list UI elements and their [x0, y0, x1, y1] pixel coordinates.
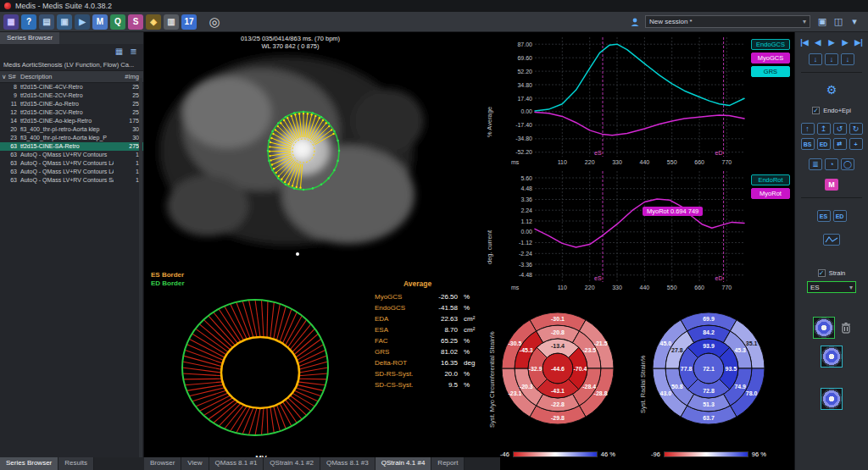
session-select[interactable]: New session * ▾: [645, 15, 810, 28]
series-column-header[interactable]: Description: [19, 71, 114, 82]
strain-curves-chart[interactable]: 87.0069.6052.2034.8017.400.00-17.40-34.8…: [506, 34, 748, 171]
result-thumb-1[interactable]: [813, 317, 835, 339]
stack-icon[interactable]: ≣: [809, 158, 822, 170]
acquisition-target-icon[interactable]: ◎: [206, 14, 223, 30]
gauge-icon[interactable]: ◔: [825, 158, 838, 170]
redo-icon[interactable]: ↻: [849, 123, 863, 135]
viewer-icon[interactable]: ▣: [57, 14, 72, 30]
svg-text:2.24: 2.24: [520, 207, 532, 213]
play-button[interactable]: ▶: [826, 36, 837, 47]
roi-circle-icon[interactable]: ◯: [841, 158, 854, 170]
series-description: tf2d15-CINE-Ao-klep-Retro: [19, 117, 114, 125]
display-settings-button[interactable]: ⚙: [826, 83, 837, 97]
radial-strain-bullseye[interactable]: 69.935.178.063.743.045.084.245.374.951.3…: [649, 309, 768, 428]
screen-layout-icon[interactable]: ▣: [815, 15, 829, 29]
cine-icon[interactable]: ▶: [75, 14, 90, 30]
ed-phase-icon[interactable]: ED: [817, 138, 831, 150]
step-back-button[interactable]: ◀: [813, 36, 824, 47]
contour-forward-icon[interactable]: ↑: [801, 123, 815, 135]
qflow-icon[interactable]: Q: [110, 14, 125, 30]
series-row[interactable]: 8tf2d15-CINE-4CV-Retro25: [0, 83, 143, 91]
strain-checkbox[interactable]: [818, 269, 826, 277]
legend-myogcs[interactable]: MyoGCS: [751, 53, 790, 64]
first-frame-button[interactable]: |◀: [799, 36, 810, 47]
help-icon[interactable]: ?: [21, 14, 36, 30]
series-row[interactable]: 20fl3_400_thr-pl-retro-Aorta klep30: [0, 125, 143, 134]
series-row[interactable]: 14tf2d15-CINE-Ao-klep-Retro175: [0, 117, 143, 125]
report-icon[interactable]: ▥: [164, 14, 179, 30]
app-menu-icon[interactable]: ▾: [848, 15, 861, 29]
calendar-icon[interactable]: 17: [181, 14, 197, 30]
snapshot-icon[interactable]: ◫: [832, 15, 845, 29]
svg-text:84.2: 84.2: [703, 329, 715, 335]
app-tab-qmass-8-1-1[interactable]: QMass 8.1 #1: [209, 457, 264, 470]
study-label[interactable]: Medis AorticStenosis (LV Function, Flow)…: [0, 59, 143, 70]
es-recalc-button[interactable]: ES: [817, 210, 831, 222]
circumferential-strain-bullseye[interactable]: -30.1-21.5-28.8-29.8-23.1-30.5-20.8-23.5…: [498, 309, 617, 428]
contour-propagate-icon[interactable]: ↥: [817, 123, 831, 135]
save-cine-button[interactable]: ↓: [809, 53, 822, 65]
series-scrollbar[interactable]: [139, 78, 142, 466]
phase-select[interactable]: ES ▾: [807, 281, 856, 293]
save-image-button[interactable]: ↓: [825, 53, 838, 65]
save-results-button[interactable]: ↓: [841, 53, 854, 65]
bs-phase-icon[interactable]: BS: [801, 138, 815, 150]
series-row[interactable]: 9tf2d15-CINE-2CV-Retro25: [0, 91, 143, 100]
series-row[interactable]: 12tf2d15-CINE-3CV-Retro25: [0, 108, 143, 117]
es-ed-contour-view[interactable]: ES Border ED Border MV: [147, 269, 376, 470]
series-description: tf2d15-CINE-2CV-Retro: [19, 91, 114, 100]
swap-contours-icon[interactable]: ⇄: [833, 138, 847, 150]
qmass-icon[interactable]: M: [92, 14, 108, 30]
endo-epi-toggle[interactable]: Endo+Epi: [812, 107, 851, 114]
series-row[interactable]: 11tf2d15-CINE-Ao-Retro25: [0, 100, 143, 108]
app-tab-qstrain-4-1-2[interactable]: QStrain 4.1 #2: [264, 457, 320, 470]
series-browser-tab[interactable]: Series Browser: [0, 32, 59, 44]
app-tab-qmass-8-1-3[interactable]: QMass 8.1 #3: [320, 457, 376, 470]
panel-tab-results[interactable]: Results: [58, 457, 94, 470]
strain-toggle[interactable]: Strain: [818, 269, 846, 277]
step-forward-button[interactable]: ▶: [840, 36, 851, 47]
legend-endogcs[interactable]: EndoGCS: [751, 39, 790, 50]
contour-rings: [147, 283, 376, 459]
add-contour-icon[interactable]: +: [849, 138, 863, 150]
curve-display-button[interactable]: [823, 234, 840, 246]
series-column-header[interactable]: ∨ S#: [0, 71, 19, 82]
ed-recalc-button[interactable]: ED: [833, 210, 847, 222]
rotation-curves-chart[interactable]: 5.604.483.362.241.120.00-1.12-2.24-3.36-…: [506, 168, 748, 296]
series-row[interactable]: 63AutoQ - QMass LV+RV Contours LAX1: [0, 168, 143, 176]
series-row[interactable]: 23fl3_400_thr-pl-retro-Aorta klep_P30: [0, 134, 143, 142]
series-image-count: 1: [114, 159, 141, 168]
thumbnail-view-icon[interactable]: ▦: [114, 47, 125, 57]
app-tab-view[interactable]: View: [181, 457, 209, 470]
toolbar-right-icons: ▣◫▾: [815, 15, 861, 29]
endo-epi-checkbox[interactable]: [812, 107, 820, 114]
series-row[interactable]: 63tf2d15-CINE-SA-Retro275: [0, 142, 143, 151]
series-row[interactable]: 63AutoQ - QMass LV+RV Contours SAX1: [0, 176, 143, 185]
delete-result-button[interactable]: [841, 322, 851, 334]
curve-icon: [825, 235, 838, 244]
legend-myorot[interactable]: MyoRot: [751, 188, 790, 199]
series-row[interactable]: 63AutoQ - QMass LV+RV Contours1: [0, 151, 143, 159]
last-frame-button[interactable]: ▶|: [854, 36, 865, 47]
list-view-icon[interactable]: ≣: [128, 47, 139, 57]
app-tab-browser[interactable]: Browser: [144, 457, 181, 470]
series-browser-icon[interactable]: ▤: [39, 14, 54, 30]
panel-tab-series-browser[interactable]: Series Browser: [0, 457, 58, 470]
app-launcher-icon[interactable]: ▦: [3, 14, 19, 30]
series-table-header: ∨ S#Description#Img: [0, 70, 143, 83]
mri-viewport[interactable]: 013/25 035/0414/863 ms. (70 bpm) WL 370 …: [147, 32, 434, 268]
series-row[interactable]: 63AutoQ - QMass LV+RV Contours LAX1: [0, 159, 143, 168]
result-thumb-3[interactable]: [821, 388, 843, 410]
legend-endorot[interactable]: EndoRot: [751, 174, 790, 185]
series-column-header[interactable]: #Img: [114, 71, 141, 82]
result-thumb-2[interactable]: [821, 346, 843, 368]
undo-icon[interactable]: ↺: [833, 123, 847, 135]
legend-grs[interactable]: GRS: [751, 66, 790, 77]
result-value: -41.58: [424, 304, 458, 312]
qstrain-icon[interactable]: S: [128, 14, 143, 30]
app-tab-report[interactable]: Report: [431, 457, 465, 470]
myocardium-tool-icon[interactable]: M: [825, 179, 838, 191]
analysis-workspace: 013/25 035/0414/863 ms. (70 bpm) WL 370 …: [144, 32, 794, 470]
app-tab-qstrain-4-1-4[interactable]: QStrain 4.1 #4: [376, 457, 432, 470]
3d-view-icon[interactable]: ◈: [146, 14, 161, 30]
